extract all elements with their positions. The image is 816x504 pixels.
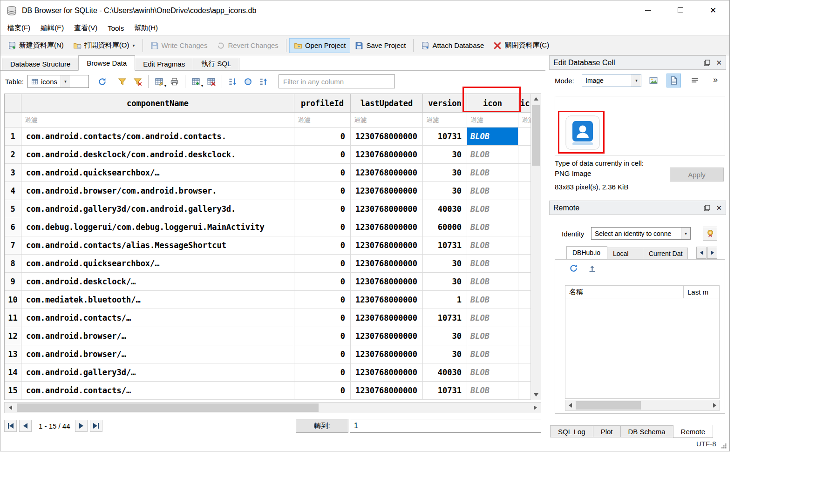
goto-row-input[interactable]: [350, 419, 541, 433]
maximize-button[interactable]: [664, 0, 697, 20]
row-number-cell[interactable]: 9: [5, 273, 21, 291]
last-updated-cell[interactable]: 1230768000000: [351, 273, 423, 291]
goto-button[interactable]: 轉到:: [296, 419, 348, 433]
clipped-cell[interactable]: [518, 146, 530, 164]
close-panel-icon[interactable]: ✕: [716, 59, 722, 67]
clipped-cell[interactable]: [518, 182, 530, 200]
tab-scroll-left-button[interactable]: [696, 247, 707, 259]
component-name-cell[interactable]: com.android.quicksearchbox/…: [21, 164, 294, 182]
scroll-down-button[interactable]: [531, 390, 541, 400]
table-row[interactable]: 7com.android.contacts/alias.MessageShort…: [5, 236, 530, 255]
column-header-version[interactable]: version: [423, 94, 467, 112]
component-name-cell[interactable]: com.android.deskclock/…: [21, 273, 294, 291]
open-database-button[interactable]: 打開資料庫(O) ▾: [68, 38, 140, 53]
row-number-cell[interactable]: 11: [5, 309, 21, 327]
component-name-cell[interactable]: com.android.deskclock/com.android.deskcl…: [21, 146, 294, 164]
open-database-caret-icon[interactable]: ▾: [133, 43, 135, 48]
version-cell[interactable]: 30: [423, 146, 467, 164]
column-header-clipped[interactable]: ic: [518, 94, 530, 112]
table-row[interactable]: 2com.android.deskclock/com.android.deskc…: [5, 146, 530, 164]
last-updated-cell[interactable]: 1230768000000: [351, 200, 423, 218]
clipped-cell[interactable]: [518, 128, 530, 146]
scroll-left-button[interactable]: [565, 400, 575, 410]
remote-upload-button[interactable]: [588, 264, 597, 275]
clipped-cell[interactable]: [518, 200, 530, 218]
tab-scroll-right-button[interactable]: [707, 247, 717, 259]
profile-id-cell[interactable]: 0: [294, 128, 351, 146]
icon-blob-cell[interactable]: BLOB: [467, 345, 518, 363]
icon-blob-cell[interactable]: BLOB: [467, 182, 518, 200]
version-cell[interactable]: 40030: [423, 200, 467, 218]
row-number-cell[interactable]: 7: [5, 236, 21, 255]
clipped-cell[interactable]: [518, 218, 530, 236]
version-cell[interactable]: 10731: [423, 236, 467, 255]
icon-blob-cell[interactable]: BLOB: [467, 200, 518, 218]
sort-descending-button[interactable]: [256, 75, 271, 88]
clipped-cell[interactable]: [518, 363, 530, 382]
component-name-cell[interactable]: com.android.browser/com.android.browser.: [21, 182, 294, 200]
clipped-cell[interactable]: [518, 291, 530, 309]
corner-header[interactable]: [5, 94, 21, 112]
last-updated-cell[interactable]: 1230768000000: [351, 382, 423, 400]
clipped-cell[interactable]: [518, 236, 530, 255]
table-row[interactable]: 13com.android.browser/…0123076800000030B…: [5, 345, 530, 363]
tab-browse-data[interactable]: Browse Data: [78, 55, 135, 71]
row-number-cell[interactable]: 12: [5, 327, 21, 345]
row-number-cell[interactable]: 3: [5, 164, 21, 182]
table-row[interactable]: 9com.android.deskclock/…0123076800000030…: [5, 273, 530, 291]
import-data-button[interactable]: [646, 74, 660, 87]
clipped-cell[interactable]: [518, 273, 530, 291]
minimize-button[interactable]: [632, 0, 664, 20]
table-row[interactable]: 5com.android.gallery3d/com.android.galle…: [5, 200, 530, 218]
profile-id-cell[interactable]: 0: [294, 164, 351, 182]
component-name-cell[interactable]: com.android.gallery3d/com.android.galler…: [21, 200, 294, 218]
toolbar-overflow-icon[interactable]: »: [713, 75, 718, 85]
column-header-icon[interactable]: icon: [467, 94, 518, 112]
profile-id-cell[interactable]: 0: [294, 236, 351, 255]
edit-cell-button[interactable]: [241, 75, 255, 88]
apply-button[interactable]: Apply: [670, 168, 724, 181]
filter-input-lastupdated[interactable]: 過濾: [351, 113, 423, 127]
profile-id-cell[interactable]: 0: [294, 309, 351, 327]
row-number-cell[interactable]: 1: [5, 128, 21, 146]
row-number-cell[interactable]: 5: [5, 200, 21, 218]
dock-tab-plot[interactable]: Plot: [593, 425, 621, 437]
component-name-cell[interactable]: com.android.browser/…: [21, 345, 294, 363]
last-updated-cell[interactable]: 1230768000000: [351, 182, 423, 200]
vertical-scrollbar-thumb[interactable]: [532, 105, 540, 166]
tab-database-structure[interactable]: Database Structure: [2, 58, 79, 70]
clear-filters-button[interactable]: [115, 75, 129, 88]
table-selector[interactable]: icons ▾: [27, 75, 89, 88]
new-database-button[interactable]: 新建資料庫(N): [3, 38, 68, 53]
remote-tab-local[interactable]: Local: [607, 248, 643, 259]
last-updated-cell[interactable]: 1230768000000: [351, 236, 423, 255]
table-row[interactable]: 15com.android.contacts/…0123076800000010…: [5, 382, 530, 400]
icon-blob-cell[interactable]: BLOB: [467, 291, 518, 309]
close-panel-icon[interactable]: ✕: [716, 204, 722, 212]
profile-id-cell[interactable]: 0: [294, 182, 351, 200]
filter-input-icon[interactable]: 過濾: [467, 113, 518, 127]
component-name-cell[interactable]: com.android.contacts/…: [21, 309, 294, 327]
last-updated-cell[interactable]: 1230768000000: [351, 345, 423, 363]
scroll-right-button[interactable]: [530, 403, 541, 413]
scroll-left-button[interactable]: [5, 403, 16, 413]
global-filter-input[interactable]: [279, 74, 395, 88]
row-number-cell[interactable]: 13: [5, 345, 21, 363]
icon-blob-cell[interactable]: BLOB: [467, 382, 518, 400]
last-updated-cell[interactable]: 1230768000000: [351, 363, 423, 382]
profile-id-cell[interactable]: 0: [294, 382, 351, 400]
dock-tab-remote[interactable]: Remote: [673, 425, 714, 438]
row-number-cell[interactable]: 6: [5, 218, 21, 236]
component-name-cell[interactable]: com.android.gallery3d/…: [21, 363, 294, 382]
remote-tab-current-database[interactable]: Current Dat: [643, 248, 688, 259]
print-button[interactable]: [167, 75, 182, 88]
close-button[interactable]: ✕: [697, 0, 729, 20]
profile-id-cell[interactable]: 0: [294, 363, 351, 382]
remote-refresh-button[interactable]: [569, 264, 578, 275]
table-row[interactable]: 8com.android.quicksearchbox/…01230768000…: [5, 255, 530, 273]
icon-blob-cell[interactable]: BLOB: [467, 236, 518, 255]
last-updated-cell[interactable]: 1230768000000: [351, 218, 423, 236]
write-changes-button[interactable]: Write Changes: [146, 38, 212, 53]
row-number-cell[interactable]: 10: [5, 291, 21, 309]
menu-help[interactable]: 幫助(H): [129, 21, 163, 35]
